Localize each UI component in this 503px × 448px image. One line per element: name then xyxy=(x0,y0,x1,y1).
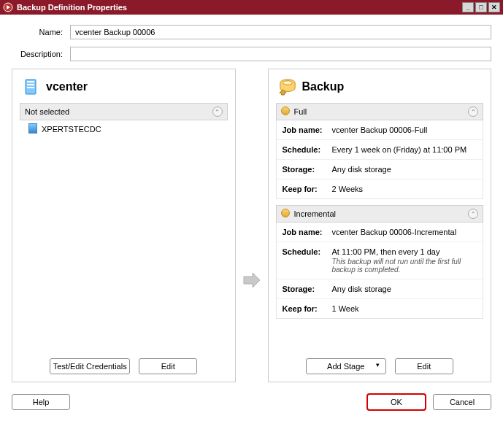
svg-rect-3 xyxy=(27,84,34,85)
svg-point-6 xyxy=(283,81,292,85)
titlebar: Backup Definition Properties _ □ ✕ xyxy=(0,0,503,15)
close-button[interactable]: ✕ xyxy=(488,2,500,12)
full-section-title: Full xyxy=(294,107,307,116)
disk-icon xyxy=(281,107,290,117)
schedule-value: At 11:00 PM, then every 1 day xyxy=(332,247,477,256)
full-section-body: Job name:vcenter Backup 00006-Full Sched… xyxy=(276,120,484,199)
window-title: Backup Definition Properties xyxy=(17,3,127,12)
job-name-label: Job name: xyxy=(283,125,332,134)
full-section-header[interactable]: Full ⌃ xyxy=(276,103,484,120)
incremental-disk-icon xyxy=(281,209,290,219)
name-label: Name: xyxy=(12,28,70,36)
collapse-icon[interactable]: ⌃ xyxy=(468,107,478,117)
cancel-button[interactable]: Cancel xyxy=(433,394,491,410)
arrow-icon xyxy=(242,271,262,290)
source-group-label: Not selected xyxy=(25,107,69,116)
backup-icon xyxy=(279,78,296,96)
edit-source-button[interactable]: Edit xyxy=(139,358,197,374)
source-panel-title: vcenter xyxy=(46,80,88,93)
add-stage-button[interactable]: Add Stage xyxy=(306,358,386,374)
source-item-label: XPERTSTECDC xyxy=(42,125,101,134)
storage-value: Any disk storage xyxy=(332,285,477,293)
vcenter-icon xyxy=(23,78,40,96)
maximize-button[interactable]: □ xyxy=(475,2,487,12)
source-panel: vcenter Not selected ⌃ XPERTSTECDC Test/… xyxy=(12,69,236,382)
server-icon xyxy=(28,123,37,135)
ok-button[interactable]: OK xyxy=(367,394,426,410)
backup-panel-title: Backup xyxy=(302,80,345,93)
minimize-button[interactable]: _ xyxy=(462,2,474,12)
schedule-value: Every 1 week on (Friday) at 11:00 PM xyxy=(332,145,477,154)
keepfor-label: Keep for: xyxy=(283,185,332,193)
source-group[interactable]: Not selected ⌃ xyxy=(20,103,228,120)
svg-rect-4 xyxy=(27,87,34,88)
storage-label: Storage: xyxy=(283,285,332,293)
test-edit-credentials-button[interactable]: Test/Edit Credentials xyxy=(50,358,130,374)
backup-panel: Backup Full ⌃ Job name:vcenter Backup 00… xyxy=(268,69,492,382)
list-item[interactable]: XPERTSTECDC xyxy=(20,120,228,138)
description-label: Description: xyxy=(12,50,70,58)
schedule-label: Schedule: xyxy=(283,145,332,154)
incremental-section-header[interactable]: Incremental ⌃ xyxy=(276,205,484,223)
name-input[interactable] xyxy=(70,25,491,39)
help-button[interactable]: Help xyxy=(12,394,70,410)
keepfor-value: 1 Week xyxy=(332,304,477,313)
job-name-value: vcenter Backup 00006-Full xyxy=(332,125,477,134)
storage-label: Storage: xyxy=(283,165,332,174)
svg-rect-2 xyxy=(27,81,34,82)
schedule-note: This backup will not run until the first… xyxy=(332,258,477,274)
edit-backup-button[interactable]: Edit xyxy=(395,358,453,374)
keepfor-value: 2 Weeks xyxy=(332,185,477,193)
job-name-value: vcenter Backup 00006-Incremental xyxy=(332,228,477,236)
keepfor-label: Keep for: xyxy=(283,304,332,313)
description-input[interactable] xyxy=(70,47,491,61)
incremental-section-title: Incremental xyxy=(294,209,336,218)
schedule-label: Schedule: xyxy=(283,247,332,274)
app-icon xyxy=(3,2,13,12)
collapse-icon[interactable]: ⌃ xyxy=(468,209,478,219)
storage-value: Any disk storage xyxy=(332,165,477,174)
incremental-section-body: Job name:vcenter Backup 00006-Incrementa… xyxy=(276,223,484,319)
collapse-icon[interactable]: ⌃ xyxy=(212,107,223,117)
job-name-label: Job name: xyxy=(283,228,332,236)
